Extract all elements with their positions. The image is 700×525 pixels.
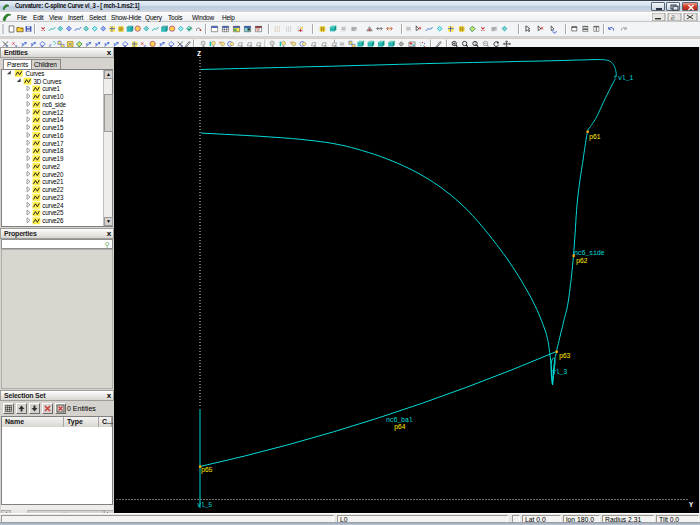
- svg-text:vl_5: vl_5: [197, 501, 212, 509]
- svg-text:∂: ∂: [671, 14, 675, 22]
- svg-text:Z: Z: [197, 50, 201, 58]
- svg-text:curve21: curve21: [42, 178, 64, 185]
- svg-text:W: W: [256, 27, 260, 32]
- svg-text:p61: p61: [589, 133, 601, 141]
- svg-text:nc6_side: nc6_side: [574, 249, 604, 257]
- svg-text:curve23: curve23: [42, 194, 64, 201]
- svg-text:p62: p62: [576, 257, 588, 265]
- svg-text:p65: p65: [201, 466, 213, 474]
- svg-text:curve22: curve22: [42, 186, 64, 193]
- svg-text:p64: p64: [394, 423, 406, 431]
- svg-text:curve1: curve1: [42, 85, 60, 92]
- svg-text:curve14: curve14: [42, 116, 64, 123]
- svg-text:curve24: curve24: [42, 202, 64, 209]
- svg-text:curve10: curve10: [42, 93, 64, 100]
- svg-text:vl_1: vl_1: [618, 74, 633, 82]
- svg-text:Curves: Curves: [26, 70, 45, 77]
- svg-text:curve12: curve12: [42, 109, 64, 116]
- svg-text:curve19: curve19: [42, 155, 64, 162]
- svg-text:curve18: curve18: [42, 147, 64, 154]
- svg-text:curve15: curve15: [42, 124, 64, 131]
- svg-text:curve25: curve25: [42, 209, 64, 216]
- svg-text:curve16: curve16: [42, 132, 64, 139]
- svg-text:curve26: curve26: [42, 217, 64, 224]
- svg-text:3D Curves: 3D Curves: [33, 78, 61, 85]
- svg-text:p63: p63: [559, 352, 571, 360]
- svg-text:1: 1: [474, 42, 476, 46]
- svg-text:curve2: curve2: [42, 163, 60, 170]
- svg-text:curve20: curve20: [42, 171, 64, 178]
- svg-text:Y: Y: [689, 501, 694, 509]
- svg-text:vl_3: vl_3: [552, 368, 567, 376]
- svg-text:curve17: curve17: [42, 140, 64, 147]
